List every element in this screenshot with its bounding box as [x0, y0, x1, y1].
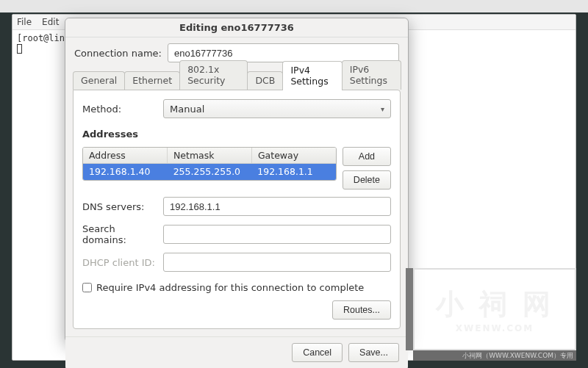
require-ipv4-label: Require IPv4 addressing for this connect… — [96, 282, 364, 293]
dns-servers-label: DNS servers: — [82, 201, 156, 212]
require-ipv4-checkbox[interactable] — [82, 283, 92, 292]
method-label: Method: — [82, 104, 156, 115]
dns-servers-input[interactable] — [163, 197, 391, 216]
col-address[interactable]: Address — [83, 148, 168, 163]
watermark: 小 祠 网 XWENW.COM — [413, 268, 576, 350]
cell-address[interactable]: 192.168.1.40 — [83, 164, 168, 180]
tab-ethernet[interactable]: Ethernet — [124, 71, 180, 90]
tab-ipv4-settings[interactable]: IPv4 Settings — [282, 61, 342, 90]
search-domains-input[interactable] — [163, 225, 391, 244]
watermark-logo: 小 祠 网 — [436, 286, 553, 323]
ipv4-panel: Method: Manual ▾ Addresses Address Netma… — [73, 90, 401, 329]
col-gateway[interactable]: Gateway — [252, 148, 336, 163]
search-domains-label: Search domains: — [82, 223, 156, 245]
chevron-down-icon: ▾ — [381, 105, 384, 113]
tab-general[interactable]: General — [73, 71, 125, 90]
menu-file[interactable]: File — [17, 17, 32, 27]
dhcp-client-id-input — [163, 253, 391, 272]
method-combo[interactable]: Manual ▾ — [163, 99, 391, 118]
cell-netmask[interactable]: 255.255.255.0 — [168, 164, 252, 180]
desktop-panel — [0, 0, 588, 12]
add-button[interactable]: Add — [343, 147, 391, 166]
table-row[interactable]: 192.168.1.40 255.255.255.0 192.168.1.1 — [83, 164, 336, 180]
dialog-actions: Cancel Save... — [65, 336, 408, 368]
addresses-title: Addresses — [82, 129, 391, 140]
delete-button[interactable]: Delete — [343, 170, 391, 190]
connection-name-label: Connection name: — [74, 48, 162, 59]
method-value: Manual — [170, 104, 204, 115]
tabbar: General Ethernet 802.1x Security DCB IPv… — [65, 71, 408, 90]
addresses-table[interactable]: Address Netmask Gateway 192.168.1.40 255… — [82, 147, 337, 181]
cancel-button[interactable]: Cancel — [292, 343, 343, 362]
terminal-prompt: [root@lin — [17, 33, 65, 43]
addresses-header: Address Netmask Gateway — [83, 148, 336, 164]
tab-dcb[interactable]: DCB — [247, 71, 283, 90]
dialog-title: Editing eno16777736 — [65, 18, 408, 37]
save-button[interactable]: Save... — [348, 343, 399, 362]
watermark-sidebar — [406, 268, 413, 350]
terminal-cursor — [17, 44, 22, 54]
tab-ipv6-settings[interactable]: IPv6 Settings — [342, 60, 401, 90]
watermark-bar: 小祠网（WWW.XWENW.COM）专用 — [413, 350, 576, 361]
routes-button[interactable]: Routes... — [332, 300, 391, 320]
cell-gateway[interactable]: 192.168.1.1 — [251, 164, 336, 180]
dhcp-client-id-label: DHCP client ID: — [82, 257, 156, 268]
nm-edit-dialog: Editing eno16777736 Connection name: Gen… — [65, 18, 409, 342]
menu-edit[interactable]: Edit — [42, 17, 59, 27]
col-netmask[interactable]: Netmask — [168, 148, 252, 163]
tab-8021x-security[interactable]: 802.1x Security — [179, 60, 248, 90]
watermark-sub: XWENW.COM — [456, 323, 534, 333]
